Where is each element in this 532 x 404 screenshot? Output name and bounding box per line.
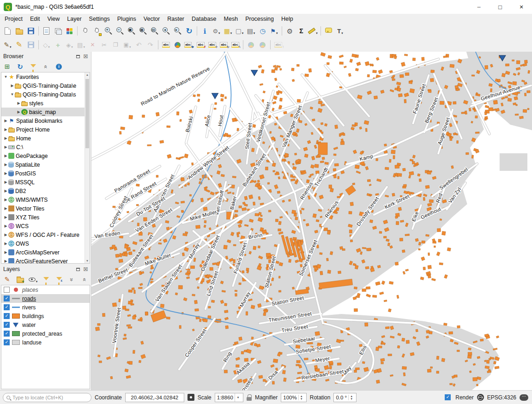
expander-icon[interactable] (3, 75, 8, 79)
manage-map-themes[interactable]: ▾ (28, 274, 38, 285)
render-checkbox[interactable] (445, 394, 451, 400)
scroll-down-icon[interactable]: ▼ (85, 259, 90, 262)
browser-item-styles[interactable]: styles (1, 99, 90, 108)
browser-scrollbar[interactable]: ▲▼ (85, 72, 90, 263)
run-feature-action[interactable]: ⚙▾ (211, 25, 222, 36)
add-group[interactable] (15, 274, 25, 285)
layer-diagram-options[interactable] (172, 39, 183, 50)
change-label-properties[interactable]: abc✎ (230, 39, 241, 50)
expander-icon[interactable] (3, 233, 8, 237)
open-attribute-table[interactable]: ▤▾ (246, 25, 256, 36)
expander-icon[interactable] (10, 92, 15, 96)
zoom-last[interactable]: ◂ (161, 25, 171, 36)
spinner-arrows-icon[interactable] (298, 395, 304, 400)
expander-icon[interactable] (3, 241, 8, 246)
expander-icon[interactable] (3, 206, 8, 211)
expander-icon[interactable] (3, 163, 8, 167)
new-spatial-bookmark[interactable]: ⚑▾ (269, 25, 279, 36)
scale-combo[interactable]: 1:8860 (215, 393, 243, 402)
menu-layer[interactable]: Layer (63, 15, 85, 23)
show-unplaced-labels[interactable]: abc! (273, 39, 284, 50)
messages-icon[interactable] (520, 394, 528, 401)
toggle-editing[interactable]: ✎ (14, 39, 24, 50)
expander-icon[interactable] (3, 145, 8, 149)
menu-project[interactable]: Project (1, 15, 26, 23)
add-selected-layers[interactable]: ⊞ (2, 61, 12, 72)
copy-features[interactable]: ❐ (110, 39, 121, 50)
add-point-feature[interactable]: + (53, 39, 63, 50)
spinner-arrows-icon[interactable] (348, 395, 354, 400)
layer-item-rivers[interactable]: rivers (1, 303, 90, 312)
save-layer-edits[interactable] (25, 39, 36, 50)
expander-icon[interactable] (3, 136, 8, 140)
digitize-with-segment[interactable]: ◇▾ (41, 39, 52, 50)
cut-features[interactable]: ✂ (99, 39, 109, 50)
change-diagram-properties[interactable] (257, 39, 268, 50)
zoom-to-layer[interactable]: ▤ (149, 25, 160, 36)
browser-item-qgis-training-data-e[interactable]: QGIS-Training-Data\e (1, 81, 90, 90)
browser-item-qgis-training-data-s[interactable]: QGIS-Training-Data\s (1, 90, 90, 99)
browser-item-geopackage[interactable]: GeoPackage (1, 151, 90, 160)
pan-map-to-selection[interactable] (91, 25, 102, 36)
layer-visibility-checkbox[interactable] (4, 322, 10, 328)
new-print-layout[interactable] (41, 25, 52, 36)
minimize-button[interactable] (468, 0, 490, 14)
expander-icon[interactable] (3, 224, 8, 228)
redo[interactable]: ↷ (145, 39, 156, 50)
zoom-in[interactable]: + (103, 25, 114, 36)
zoom-out[interactable]: − (115, 25, 125, 36)
layer-visibility-checkbox[interactable] (4, 331, 10, 337)
menu-settings[interactable]: Settings (85, 15, 114, 23)
menu-raster[interactable]: Raster (163, 15, 188, 23)
lock-icon[interactable] (247, 394, 252, 401)
processing-toolbox[interactable]: ⚙ (284, 25, 295, 36)
menu-plugins[interactable]: Plugins (114, 15, 140, 23)
browser-item-db2[interactable]: DB2 (1, 187, 90, 195)
coordinate-value[interactable]: 20.46062,-34.02842 (125, 393, 184, 402)
browser-item-basic-map[interactable]: Qbasic_map (1, 108, 90, 116)
maximize-button[interactable] (490, 0, 511, 14)
layers-undock-button[interactable] (74, 266, 81, 272)
highlight-unplaced-labels[interactable]: abc✗ (195, 39, 206, 50)
browser-item-arcgismapserver[interactable]: ArcGisMapServer (1, 248, 90, 257)
map-tips[interactable] (323, 25, 334, 36)
browser-undock-button[interactable] (74, 53, 81, 60)
browser-item-mssql[interactable]: MSSQL (1, 178, 90, 187)
layer-item-landuse[interactable]: landuse (1, 338, 90, 347)
move-diagram[interactable] (246, 39, 256, 50)
layer-item-roads[interactable]: roads (1, 294, 90, 303)
browser-item-favorites[interactable]: Favorites (1, 72, 90, 81)
filter-browser[interactable] (28, 61, 38, 72)
measure[interactable]: ▾ (308, 25, 318, 36)
browser-close-button[interactable] (82, 53, 89, 60)
locate-input[interactable] (12, 395, 88, 400)
style-manager[interactable] (64, 25, 75, 36)
layer-item-protected_areas[interactable]: protected_areas (1, 329, 90, 338)
layer-item-buildings[interactable]: buildings (1, 312, 90, 320)
browser-item-vector-tiles[interactable]: Vector Tiles (1, 204, 90, 213)
browser-item-spatialite[interactable]: SpatiaLite (1, 160, 90, 169)
select-features[interactable]: ▦▾ (223, 25, 233, 36)
vertex-tool-all-layers[interactable]: ◈▾ (64, 39, 75, 50)
close-button[interactable] (511, 0, 532, 14)
deselect-features[interactable]: ▢▾ (234, 25, 245, 36)
scrollbar-thumb[interactable] (85, 79, 89, 148)
menu-mesh[interactable]: Mesh (220, 15, 242, 23)
menu-view[interactable]: View (43, 15, 63, 23)
layer-visibility-checkbox[interactable] (4, 295, 10, 301)
rotate-label[interactable]: abc↻ (218, 39, 229, 50)
layer-visibility-checkbox[interactable] (4, 339, 10, 345)
layer-labeling-options[interactable]: abc (161, 39, 171, 50)
browser-item-ows[interactable]: OWS (1, 239, 90, 248)
statistics-summary[interactable]: Σ (296, 25, 307, 36)
expander-icon[interactable] (3, 154, 8, 158)
browser-item-wms-wmts[interactable]: WMS/WMTS (1, 195, 90, 204)
browser-item-project-home[interactable]: Project Home (1, 125, 90, 134)
identify-features[interactable]: ℹ (200, 25, 210, 36)
browser-item-spatial-bookmarks[interactable]: Spatial Bookmarks (1, 116, 90, 125)
browser-item-wcs[interactable]: WCS (1, 222, 90, 230)
scroll-up-icon[interactable]: ▲ (85, 73, 90, 76)
layer-visibility-checkbox[interactable] (4, 287, 10, 293)
expander-icon[interactable] (3, 189, 8, 193)
browser-item-arcgisfeatureserver[interactable]: ArcGisFeatureServer (1, 257, 90, 264)
